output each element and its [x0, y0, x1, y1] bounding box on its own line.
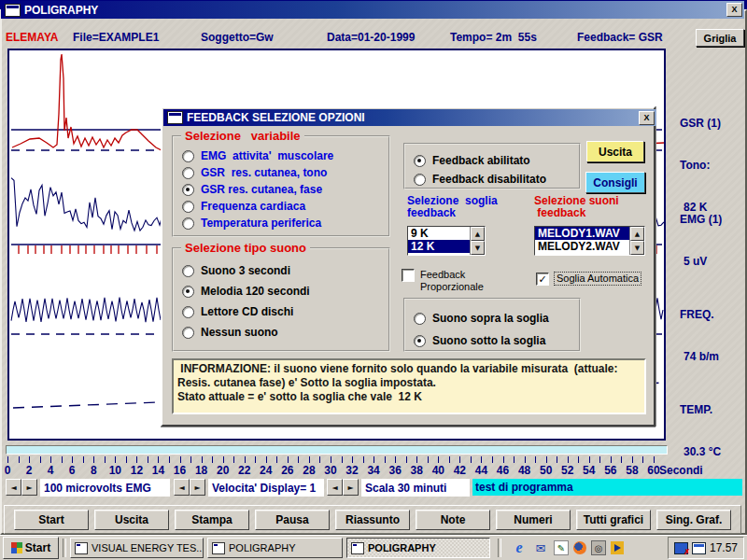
notes-icon[interactable]: ✎	[554, 540, 569, 555]
timeline-tick	[29, 456, 30, 463]
spin-right-icon[interactable]: ►	[343, 479, 359, 496]
radio-icon	[182, 184, 194, 196]
mail-icon[interactable]: ✉	[532, 539, 549, 556]
system-icon[interactable]	[692, 542, 706, 554]
task-label: VISUAL ENERGY TES...	[92, 542, 204, 553]
timeline-tick	[288, 456, 289, 463]
timeline-tick	[276, 456, 277, 463]
action-button-start[interactable]: Start	[14, 510, 89, 530]
network-status-icon[interactable]	[674, 542, 688, 554]
sound-type-option-1[interactable]: Melodia 120 secondi	[182, 281, 388, 301]
feedback-enable-option-1[interactable]: Feedback disabilitato	[414, 170, 579, 189]
spin-left-icon[interactable]: ◄	[327, 479, 343, 496]
timeline-number: 36	[389, 464, 402, 477]
quick-launch: e✉✎◎	[511, 539, 624, 556]
grid-button[interactable]: Griglia	[696, 29, 744, 47]
variable-option-label: Temperatura periferica	[201, 217, 321, 230]
action-button-numeri[interactable]: Numeri	[496, 510, 571, 530]
timeline-number: 30	[324, 464, 336, 477]
firefox-icon[interactable]	[573, 541, 586, 554]
threshold-scrollbar: ▲ ▼	[470, 227, 485, 255]
timeline-tick	[471, 456, 472, 463]
threshold-listbox[interactable]: 9 K12 K ▲ ▼	[407, 226, 486, 256]
action-button-note[interactable]: Note	[416, 510, 490, 530]
horizontal-scrollbar[interactable]	[6, 445, 668, 455]
sound-item-1[interactable]: MELODY2.WAV	[535, 240, 629, 253]
task-button-2[interactable]: POLIGRAPHY	[346, 538, 490, 558]
sounds-listbox[interactable]: MELODY1.WAVMELODY2.WAV ▲ ▼	[534, 226, 645, 256]
variable-option-label: GSR res. cutanea, fase	[201, 183, 322, 196]
action-button-uscita[interactable]: Uscita	[94, 510, 169, 530]
start-button[interactable]: Start	[3, 537, 59, 559]
action-button-riassunto[interactable]: Riassunto	[335, 510, 410, 530]
variable-option-3[interactable]: Frequenza cardiaca	[182, 198, 388, 215]
window-title: POLIGRAPHY	[24, 4, 98, 17]
threshold-item-1[interactable]: 12 K	[408, 240, 470, 253]
timeline-tick	[503, 456, 504, 463]
threshold-item-0[interactable]: 9 K	[408, 227, 470, 240]
timeline-number: 54	[583, 464, 595, 477]
spin-left-icon[interactable]: ◄	[174, 479, 190, 496]
timeline-tick	[266, 456, 267, 463]
task-button-0[interactable]: VISUAL ENERGY TES...	[70, 538, 204, 558]
ie-icon[interactable]: e	[511, 539, 528, 556]
variable-group: Selezione variabile EMG attivita' muscol…	[172, 135, 390, 237]
action-button-panel: StartUscitaStampaPausaRiassuntoNoteNumer…	[4, 505, 741, 534]
variable-option-4[interactable]: Temperatura periferica	[182, 215, 388, 231]
scroll-up-icon[interactable]: ▲	[630, 227, 644, 241]
sound-type-option-2[interactable]: Lettore CD dischi	[182, 301, 388, 322]
radio-icon	[182, 150, 194, 162]
action-button-tutti-grafici[interactable]: Tutti grafici	[576, 510, 651, 530]
action-button-pausa[interactable]: Pausa	[255, 510, 330, 530]
close-icon[interactable]: X	[726, 3, 742, 17]
variable-option-2[interactable]: GSR res. cutanea, fase	[182, 181, 388, 198]
sound-type-option-3[interactable]: Nessun suono	[182, 322, 388, 343]
task-label: POLIGRAPHY	[229, 542, 296, 553]
main-titlebar[interactable]: POLIGRAPHY X	[1, 1, 744, 19]
sound-type-option-0[interactable]: Suono 3 secondi	[182, 260, 388, 281]
spin-right-icon[interactable]: ►	[21, 479, 37, 496]
spin-right-icon[interactable]: ►	[190, 479, 205, 496]
advice-button[interactable]: Consigli	[585, 172, 645, 193]
spin-left-icon[interactable]: ◄	[6, 479, 21, 496]
checkbox-icon	[402, 269, 415, 282]
sound-type-option-label: Lettore CD dischi	[201, 305, 293, 318]
timeline-tick	[40, 456, 41, 463]
subject-label: Soggetto=Gw	[201, 31, 274, 44]
viewer-icon[interactable]: ◎	[591, 540, 606, 555]
auto-threshold-checkbox[interactable]: ✓ Soglia Automatica	[536, 273, 641, 286]
feedback-enable-option-0[interactable]: Feedback abilitato	[414, 151, 579, 170]
variable-option-0[interactable]: EMG attivita' muscolare	[182, 147, 388, 164]
media-player-icon[interactable]	[611, 541, 624, 554]
timeline-number: 32	[345, 464, 358, 477]
timeline-tick	[525, 456, 526, 463]
window-icon	[351, 542, 364, 554]
sound-direction-option-1[interactable]: Suono sotto la soglia	[414, 329, 579, 352]
scroll-down-icon[interactable]: ▼	[630, 241, 644, 255]
program-message-box: test di programma	[472, 479, 742, 496]
proportional-checkbox[interactable]: FeedbackProporzionale	[402, 269, 484, 293]
timeline-tick	[535, 456, 536, 463]
task-button-1[interactable]: POLIGRAPHY	[207, 538, 343, 558]
timeline-tick	[374, 456, 374, 463]
timeline-tick	[136, 456, 137, 463]
variable-option-1[interactable]: GSR res. cutanea, tono	[182, 164, 388, 181]
timeline-number: 48	[518, 464, 530, 477]
exit-button[interactable]: Uscita	[586, 141, 644, 162]
sound-direction-option-0[interactable]: Suono sopra la soglia	[414, 307, 579, 329]
channel-value: 30.3 °C	[674, 445, 745, 459]
channel-name: FREQ.	[674, 308, 745, 322]
emg-scale-spinner: ◄ ►	[6, 479, 37, 496]
timeline-number: 0	[5, 464, 11, 477]
action-button-sing-graf-[interactable]: Sing. Graf.	[656, 510, 731, 530]
close-icon[interactable]: X	[639, 111, 655, 125]
timeline-number: 28	[303, 464, 315, 477]
scroll-up-icon[interactable]: ▲	[471, 227, 485, 241]
scroll-down-icon[interactable]: ▼	[471, 241, 485, 255]
action-button-stampa[interactable]: Stampa	[175, 510, 249, 530]
app-icon	[5, 4, 21, 17]
radio-icon	[182, 201, 194, 213]
dialog-titlebar[interactable]: FEEDBACK SELEZIONE OPZIONI X	[163, 109, 656, 126]
timeline-tick	[406, 456, 407, 463]
sound-item-0[interactable]: MELODY1.WAV	[535, 227, 629, 240]
